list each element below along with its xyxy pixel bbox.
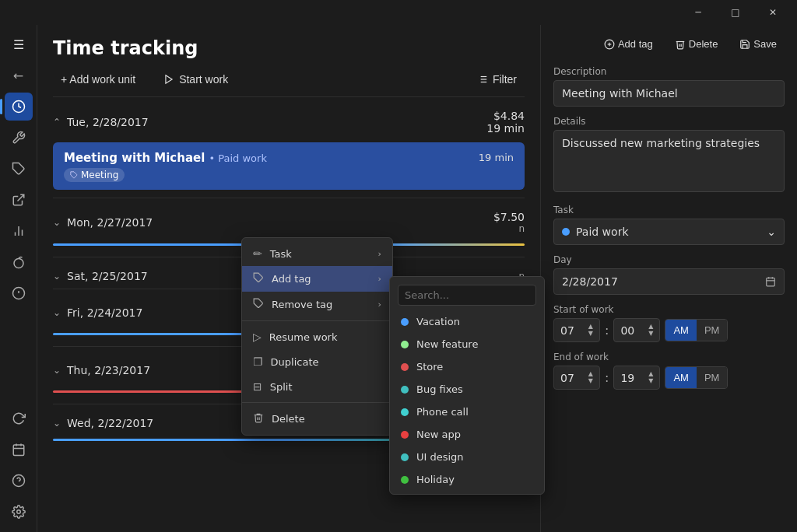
context-menu-add-tag-inner: Add tag bbox=[253, 272, 378, 285]
context-menu-task-inner: ✏ Task bbox=[253, 247, 378, 260]
context-menu-duplicate[interactable]: ❐ Duplicate bbox=[242, 349, 392, 374]
chevron-right-task: › bbox=[378, 249, 381, 259]
resume-label: Resume work bbox=[269, 331, 338, 343]
split-label: Split bbox=[270, 381, 293, 393]
ui-design-label: UI design bbox=[416, 451, 464, 463]
submenu: Vacation New feature Store Bug fixes Pho… bbox=[389, 276, 545, 495]
holiday-label: Holiday bbox=[416, 474, 455, 485]
delete-label-ctx: Delete bbox=[272, 413, 305, 425]
submenu-item-holiday[interactable]: Holiday bbox=[390, 468, 544, 491]
dot-new-app bbox=[401, 431, 409, 439]
context-menu-resume[interactable]: ▷ Resume work bbox=[242, 324, 392, 349]
menu-divider-2 bbox=[242, 402, 392, 403]
context-menu-split-inner: ⊟ Split bbox=[253, 380, 381, 393]
remove-tag-label: Remove tag bbox=[272, 299, 332, 310]
chevron-right-add-tag: › bbox=[378, 274, 381, 284]
context-menu-resume-inner: ▷ Resume work bbox=[253, 331, 381, 343]
context-task-label: Task bbox=[270, 248, 292, 260]
context-menu-add-tag[interactable]: Add tag › bbox=[242, 266, 392, 292]
remove-tag-icon bbox=[253, 298, 264, 311]
chevron-right-remove-tag: › bbox=[378, 299, 381, 310]
add-tag-label-ctx: Add tag bbox=[272, 273, 311, 285]
new-feature-label: New feature bbox=[416, 338, 478, 350]
new-app-label: New app bbox=[416, 429, 461, 440]
context-menu: ✏ Task › Add tag › bbox=[241, 237, 393, 436]
submenu-item-ui-design[interactable]: UI design bbox=[390, 446, 544, 468]
store-label: Store bbox=[416, 361, 443, 373]
context-menu-overlay: ✏ Task › Add tag › bbox=[0, 0, 797, 532]
context-menu-split[interactable]: ⊟ Split bbox=[242, 374, 392, 399]
menu-divider-1 bbox=[242, 320, 392, 321]
dot-phone-call bbox=[401, 408, 409, 416]
context-menu-remove-tag[interactable]: Remove tag › bbox=[242, 292, 392, 317]
submenu-search-container bbox=[390, 280, 544, 310]
context-menu-delete-inner: Delete bbox=[253, 412, 381, 425]
context-menu-delete[interactable]: Delete bbox=[242, 406, 392, 432]
dot-store bbox=[401, 363, 409, 371]
dot-new-feature bbox=[401, 341, 409, 348]
dot-vacation bbox=[401, 318, 409, 326]
phone-call-label: Phone call bbox=[416, 406, 469, 418]
resume-icon: ▷ bbox=[253, 331, 262, 343]
submenu-item-store[interactable]: Store bbox=[390, 355, 544, 378]
context-menu-remove-tag-inner: Remove tag bbox=[253, 298, 378, 311]
submenu-item-new-feature[interactable]: New feature bbox=[390, 333, 544, 355]
split-icon: ⊟ bbox=[253, 380, 262, 393]
dot-ui-design bbox=[401, 453, 409, 461]
submenu-item-bug-fixes[interactable]: Bug fixes bbox=[390, 378, 544, 401]
add-tag-icon bbox=[253, 272, 264, 285]
submenu-item-phone-call[interactable]: Phone call bbox=[390, 401, 544, 423]
submenu-search-input[interactable] bbox=[398, 285, 536, 306]
submenu-item-new-app[interactable]: New app bbox=[390, 423, 544, 446]
dot-bug-fixes bbox=[401, 386, 409, 394]
dot-holiday bbox=[401, 476, 409, 484]
duplicate-label: Duplicate bbox=[271, 356, 319, 368]
submenu-item-vacation[interactable]: Vacation bbox=[390, 310, 544, 333]
task-pencil-icon: ✏ bbox=[253, 247, 262, 260]
vacation-label: Vacation bbox=[416, 316, 460, 327]
context-menu-task[interactable]: ✏ Task › bbox=[242, 241, 392, 266]
bug-fixes-label: Bug fixes bbox=[416, 383, 463, 395]
context-menu-duplicate-inner: ❐ Duplicate bbox=[253, 355, 381, 368]
delete-trash-icon bbox=[253, 412, 264, 425]
duplicate-icon: ❐ bbox=[253, 355, 263, 368]
